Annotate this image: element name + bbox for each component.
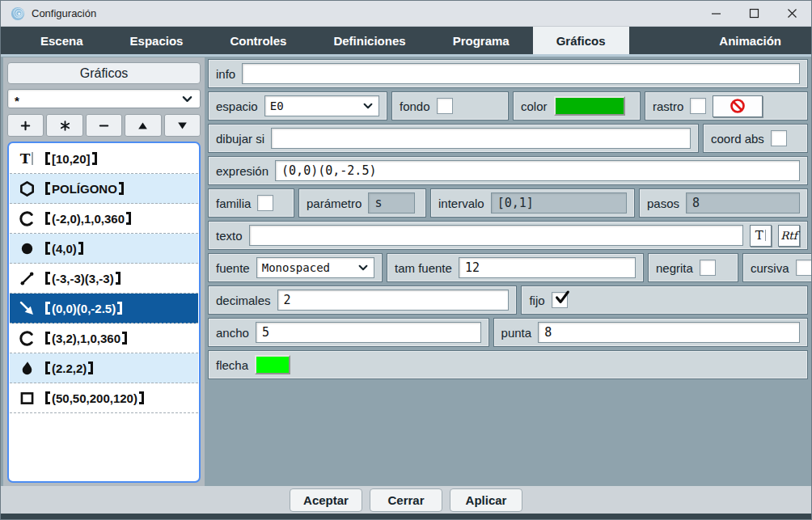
plus-button[interactable]: [7, 114, 44, 137]
ancho-label: ancho: [216, 326, 249, 340]
triangle-down-button[interactable]: [164, 114, 201, 137]
expresion-label: expresión: [216, 164, 269, 178]
triangle-up-button[interactable]: [125, 114, 161, 137]
close-button[interactable]: [773, 1, 811, 27]
espacio-value: E0: [270, 99, 357, 112]
espacio-select[interactable]: E0: [264, 95, 379, 116]
tab-programa[interactable]: Programa: [429, 27, 533, 54]
ancho-input[interactable]: [256, 322, 481, 343]
decimales-group: decimales: [208, 285, 517, 315]
fuente-value: Monospaced: [262, 261, 353, 274]
rastro-checkbox[interactable]: [690, 98, 706, 114]
fijo-label: fijo: [529, 294, 544, 307]
fijo-checkbox[interactable]: [552, 292, 568, 308]
sidebar-header: Gráficos: [7, 62, 201, 84]
list-item[interactable]: (-2,0),1,0,360: [10, 204, 198, 234]
dibujar-si-label: dibujar si: [216, 132, 264, 146]
decimales-input[interactable]: [277, 290, 510, 311]
cerrar-button[interactable]: Cerrar: [370, 488, 442, 512]
asterisk-button[interactable]: [46, 114, 82, 137]
rastro-label: rastro: [653, 99, 683, 113]
polygon-icon: [17, 179, 36, 198]
minus-button[interactable]: [86, 114, 122, 137]
fondo-checkbox[interactable]: [437, 98, 453, 114]
triangle-up-icon: [137, 120, 149, 132]
minimize-button[interactable]: [697, 1, 735, 27]
decimales-label: decimales: [216, 294, 271, 307]
button-label: Aplicar: [466, 493, 507, 507]
fuente-label: fuente: [216, 261, 250, 275]
list-item[interactable]: T[10,20]: [10, 144, 198, 174]
chevron-down-icon: [357, 262, 369, 273]
tam-fuente-input[interactable]: [459, 257, 636, 278]
familia-checkbox[interactable]: [257, 195, 273, 211]
plain-text-button[interactable]: T: [750, 225, 772, 247]
list-item[interactable]: (0,0)(0,-2.5): [10, 294, 198, 323]
dibujar-si-input[interactable]: [271, 128, 691, 149]
color-swatch[interactable]: [554, 96, 625, 116]
graphics-filter-select[interactable]: *: [7, 89, 201, 108]
flecha-group: flecha: [208, 350, 808, 379]
fondo-group: fondo: [391, 91, 509, 120]
tab-bar: EscenaEspaciosControlesDefinicionesProgr…: [1, 27, 811, 54]
tab-espacios[interactable]: Espacios: [107, 27, 207, 54]
info-group: info: [208, 59, 808, 88]
negrita-group: negrita: [648, 253, 738, 282]
plus-icon: [19, 120, 32, 132]
intervalo-label: intervalo: [438, 197, 484, 210]
negrita-checkbox[interactable]: [700, 260, 716, 276]
clear-trace-button[interactable]: [713, 95, 763, 117]
rtf-text-button[interactable]: Rtf: [778, 225, 800, 247]
flecha-swatch[interactable]: [255, 355, 290, 374]
dialog-footer: AceptarCerrarAplicar: [1, 486, 811, 514]
fuente-select[interactable]: Monospaced: [256, 257, 374, 278]
text-caret-icon: [765, 230, 767, 241]
triangle-down-icon: [176, 120, 188, 132]
aplicar-button[interactable]: Aplicar: [450, 488, 522, 512]
tab-escena[interactable]: Escena: [17, 27, 107, 54]
intervalo-field: [0,1]: [491, 192, 627, 213]
texto-group: texto T Rtf: [208, 221, 808, 250]
button-label: Cerrar: [387, 493, 424, 507]
maximize-icon: [749, 8, 759, 19]
info-input[interactable]: [242, 63, 800, 84]
list-item[interactable]: (-3,-3)(3,-3): [10, 264, 198, 294]
maximize-button[interactable]: [735, 1, 773, 27]
cursiva-group: cursiva: [742, 253, 811, 282]
chevron-down-icon: [181, 93, 193, 105]
parametro-label: parámetro: [307, 197, 362, 210]
cursiva-checkbox[interactable]: [796, 260, 811, 276]
title-bar: Configuración: [1, 1, 811, 27]
texto-input[interactable]: [249, 225, 743, 246]
content-area: Gráficos * T[10,20]POLÍGONO(-2,0),1,0,36…: [1, 57, 811, 486]
list-item[interactable]: POLÍGONO: [10, 174, 198, 204]
list-item-label: (3,2),1,0,360: [44, 332, 129, 345]
tab-graficos[interactable]: Gráficos: [533, 27, 629, 54]
aceptar-button[interactable]: Aceptar: [290, 488, 362, 512]
punta-input[interactable]: [538, 322, 800, 343]
tab-controles[interactable]: Controles: [206, 27, 310, 54]
tab-label: Programa: [453, 34, 510, 48]
coord-abs-checkbox[interactable]: [771, 130, 787, 146]
arrow-icon: [17, 298, 36, 318]
rect-icon: [17, 388, 36, 408]
tam-fuente-label: tam fuente: [395, 261, 452, 275]
parametro-field: s: [368, 192, 415, 213]
list-item-label: (4,0): [44, 242, 85, 256]
expresion-input[interactable]: [275, 160, 800, 181]
flecha-label: flecha: [216, 358, 248, 372]
tab-definiciones[interactable]: Definiciones: [310, 27, 429, 54]
configuration-window: Configuración EscenaEspaciosControlesDef…: [0, 0, 812, 520]
list-item[interactable]: (50,50,200,120): [10, 383, 198, 413]
coord-abs-label: coord abs: [711, 132, 764, 146]
list-item[interactable]: (3,2),1,0,360: [10, 323, 198, 353]
arc-icon: [17, 328, 36, 348]
no-entry-icon: [730, 98, 746, 114]
tab-animacion[interactable]: Animación: [696, 27, 805, 54]
parametro-group: parámetro s: [298, 188, 426, 218]
info-label: info: [216, 67, 235, 81]
list-item[interactable]: (4,0): [10, 234, 198, 264]
list-item[interactable]: (2.2,2): [10, 353, 198, 383]
list-item-label: POLÍGONO: [44, 182, 125, 196]
color-group: color: [513, 91, 641, 120]
